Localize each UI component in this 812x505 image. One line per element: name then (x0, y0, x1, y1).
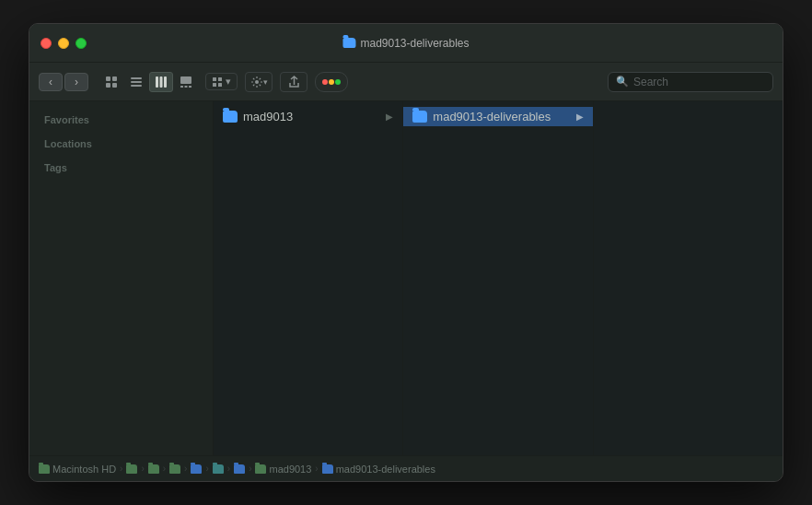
statusbar-item-4[interactable] (169, 464, 180, 474)
svg-rect-6 (131, 85, 142, 87)
minimize-button[interactable] (58, 38, 69, 49)
main-content: Favorites Locations Tags mad9013 ▶ mad90… (29, 101, 783, 455)
statusbar-sep-6: › (227, 464, 230, 474)
statusbar-folder-6 (213, 464, 224, 474)
statusbar-folder-icon (39, 464, 50, 474)
list-view-button[interactable] (124, 72, 148, 92)
svg-rect-12 (185, 86, 188, 88)
column-view-button[interactable] (149, 72, 173, 92)
expand-arrow-selected-icon: ▶ (576, 112, 584, 122)
statusbar-item-5[interactable] (191, 464, 202, 474)
statusbar-folder-9 (322, 464, 333, 474)
share-button[interactable] (280, 72, 307, 92)
grid-icon (105, 76, 118, 88)
folder-name-deliverables: mad9013-deliverables (433, 110, 551, 123)
svg-rect-14 (213, 77, 216, 81)
tags-label: Tags (29, 159, 213, 175)
back-button[interactable]: ‹ (39, 73, 63, 91)
svg-rect-15 (218, 77, 222, 81)
forward-button[interactable]: › (64, 73, 88, 91)
statusbar-item-3[interactable] (148, 464, 159, 474)
window-title: mad9013-deliverables (342, 37, 469, 50)
locations-label: Locations (29, 135, 213, 151)
svg-rect-0 (106, 76, 110, 81)
file-pane-1: mad9013 ▶ (214, 101, 403, 455)
svg-rect-8 (160, 76, 163, 88)
forward-icon: › (75, 76, 78, 88)
tag-button[interactable] (315, 72, 348, 92)
list-icon (130, 76, 143, 88)
svg-rect-11 (180, 86, 183, 88)
statusbar-sep-4: › (184, 464, 187, 474)
svg-point-18 (255, 80, 259, 84)
svg-rect-2 (106, 83, 110, 88)
statusbar-sep-5: › (205, 464, 208, 474)
close-button[interactable] (41, 38, 52, 49)
statusbar-folder-8 (255, 464, 266, 474)
titlebar: mad9013-deliverables (29, 24, 783, 63)
tag-icon (322, 77, 341, 87)
folder-icon (223, 111, 238, 123)
svg-rect-16 (213, 83, 216, 87)
statusbar-sep-3: › (163, 464, 166, 474)
statusbar-sep-8: › (315, 464, 318, 474)
file-pane-2: mad9013-deliverables ▶ (403, 101, 593, 455)
statusbar-item-2[interactable] (126, 464, 137, 474)
view-options-dropdown[interactable]: ▾ (205, 73, 238, 90)
columns-icon (155, 76, 168, 88)
folder-item-mad9013[interactable]: mad9013 ▶ (214, 107, 402, 126)
icon-view-button[interactable] (99, 72, 123, 92)
statusbar-folder-5 (191, 464, 202, 474)
folder-icon-selected (412, 111, 427, 123)
statusbar-folder-2 (126, 464, 137, 474)
gear-icon (250, 76, 263, 88)
svg-rect-5 (131, 81, 142, 83)
svg-point-21 (335, 79, 341, 85)
statusbar-folder-7 (234, 464, 245, 474)
statusbar-macintosh-hd[interactable]: Macintosh HD (39, 464, 116, 475)
statusbar-deliverables[interactable]: mad9013-deliverables (322, 464, 435, 475)
title-text: mad9013-deliverables (360, 37, 469, 50)
statusbar-folder-3 (148, 464, 159, 474)
statusbar-item-6[interactable] (213, 464, 224, 474)
back-icon: ‹ (49, 76, 52, 88)
svg-rect-1 (112, 76, 117, 81)
traffic-lights (41, 38, 87, 49)
svg-point-19 (322, 79, 328, 85)
sidebar: Favorites Locations Tags (29, 101, 214, 455)
statusbar-folder-4 (169, 464, 180, 474)
svg-rect-4 (131, 77, 142, 79)
statusbar-sep-1: › (120, 464, 122, 474)
svg-rect-7 (156, 76, 158, 88)
title-folder-icon (342, 38, 355, 48)
folder-item-deliverables[interactable]: mad9013-deliverables ▶ (403, 107, 592, 126)
svg-rect-17 (218, 83, 222, 87)
gallery-view-button[interactable] (174, 72, 198, 92)
svg-rect-9 (164, 76, 167, 88)
share-icon (288, 76, 300, 88)
svg-rect-13 (189, 86, 191, 88)
search-input[interactable] (633, 76, 765, 88)
statusbar-item-7[interactable] (234, 464, 245, 474)
svg-rect-10 (180, 76, 191, 84)
statusbar-deliverables-label: mad9013-deliverables (336, 464, 435, 475)
file-panes: mad9013 ▶ mad9013-deliverables ▶ (214, 101, 783, 455)
statusbar: Macintosh HD › › › › › › › mad9013 › (29, 455, 783, 481)
expand-arrow-icon: ▶ (386, 112, 393, 122)
statusbar-hd-label: Macintosh HD (52, 464, 116, 475)
toolbar: ‹ › (29, 63, 783, 101)
statusbar-mad9013-label: mad9013 (269, 464, 311, 475)
search-bar[interactable]: 🔍 (608, 72, 773, 92)
svg-point-20 (329, 79, 334, 85)
file-pane-3 (594, 101, 783, 455)
finder-window: mad9013-deliverables ‹ › (29, 23, 783, 482)
gallery-icon (180, 76, 192, 88)
view-buttons (99, 72, 198, 92)
search-icon: 🔍 (616, 76, 629, 88)
nav-buttons: ‹ › (39, 73, 88, 91)
statusbar-mad9013[interactable]: mad9013 (255, 464, 311, 475)
action-button[interactable]: ▾ (245, 72, 273, 92)
statusbar-sep-7: › (249, 464, 251, 474)
dropdown-arrow-icon: ▾ (226, 76, 231, 88)
maximize-button[interactable] (75, 38, 87, 49)
